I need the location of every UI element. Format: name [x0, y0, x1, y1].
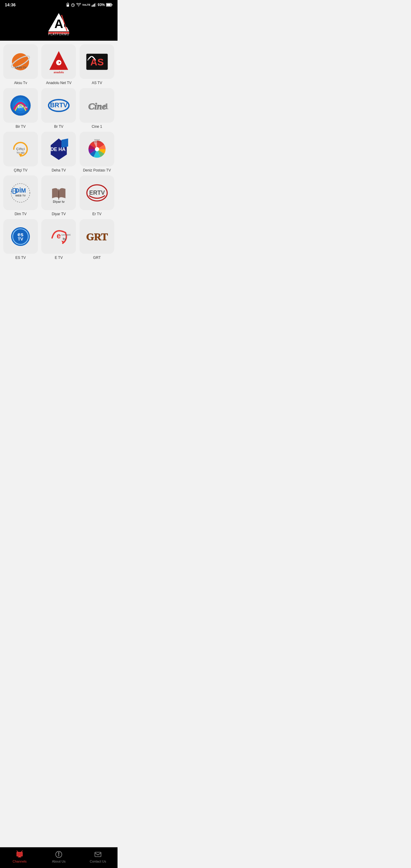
svg-rect-0: [67, 4, 69, 7]
status-icons: VoLTE 93%: [66, 3, 113, 7]
channel-anadolu-name: Anadolu Net TV: [46, 81, 72, 85]
svg-text:A: A: [54, 17, 63, 31]
svg-text:anadolu: anadolu: [54, 71, 64, 74]
svg-text:DE HA: DE HA: [50, 147, 65, 152]
channel-anadolu-tv[interactable]: anadolu Anadolu Net TV: [41, 44, 76, 85]
channel-deha-logo: DE HA: [41, 132, 76, 166]
svg-text:KAYSERİ: KAYSERİ: [61, 234, 70, 236]
svg-rect-5: [93, 4, 94, 7]
channel-grt[interactable]: GRT GRT GRT: [79, 219, 115, 260]
svg-text:Cine: Cine: [88, 101, 106, 112]
channel-anadolu-logo: anadolu: [41, 44, 76, 79]
svg-rect-6: [94, 4, 95, 7]
channel-etv-logo: e KAYSERİ tv: [41, 219, 76, 254]
channels-grid: AKSU TV Aksu Tv anadolu Anadolu Net TV A…: [0, 41, 118, 284]
channel-es-tv[interactable]: es TV ES TV: [3, 219, 38, 260]
channel-dim-logo: DİM WEB TV: [3, 176, 38, 210]
channel-deniz-tv[interactable]: DENIZ POSTASI Deniz Postası TV: [79, 132, 115, 173]
channel-bir-name: Bir TV: [16, 124, 26, 129]
channel-etv[interactable]: e KAYSERİ tv E TV: [41, 219, 76, 260]
channel-aksu-tv[interactable]: AKSU TV Aksu Tv: [3, 44, 38, 85]
svg-text:GRT: GRT: [86, 231, 108, 242]
channel-diyar-logo: Diyar tv: [41, 176, 76, 210]
channel-er-logo: ERTV: [80, 176, 114, 210]
svg-text:AKSU TV: AKSU TV: [15, 66, 27, 69]
channel-as-tv[interactable]: AS AS TV: [79, 44, 115, 85]
svg-text:Çiftçi: Çiftçi: [16, 147, 25, 150]
channel-deha-name: Deha TV: [52, 168, 66, 173]
channel-etv-name: E TV: [55, 255, 63, 260]
channel-es-logo: es TV: [3, 219, 38, 254]
channel-br-tv[interactable]: BRTV Br TV: [41, 88, 76, 129]
svg-text:bir: bir: [18, 104, 24, 109]
channel-dim-tv[interactable]: DİM WEB TV Dim TV: [3, 176, 38, 216]
svg-point-43: [95, 147, 99, 151]
channel-br-logo: BRTV: [41, 88, 76, 123]
channel-ciftci-logo: Çiftçi TV HD: [3, 132, 38, 166]
svg-text:RTI: RTI: [64, 23, 71, 28]
channel-cine1-name: Cine 1: [92, 124, 102, 129]
channel-aksu-name: Aksu Tv: [14, 81, 27, 85]
channel-grt-name: GRT: [93, 255, 101, 260]
channel-aksu-logo: AKSU TV: [3, 44, 38, 79]
battery-percent: 93%: [98, 3, 105, 7]
svg-text:tv: tv: [25, 105, 27, 108]
svg-rect-9: [107, 4, 111, 6]
channel-ciftci-tv[interactable]: Çiftçi TV HD Çiftçi TV: [3, 132, 38, 173]
channel-dim-name: Dim TV: [14, 212, 27, 216]
status-time: 14:36: [5, 2, 16, 7]
channel-bir-logo: bir tv: [3, 88, 38, 123]
svg-marker-40: [61, 138, 68, 148]
svg-rect-10: [112, 4, 113, 5]
channel-cine1-tv[interactable]: Cine 1 Cine Cine 1: [79, 88, 115, 129]
channel-er-tv[interactable]: ERTV Er TV: [79, 176, 115, 216]
channel-deniz-name: Deniz Postası TV: [83, 168, 110, 173]
svg-text:BRTV: BRTV: [50, 101, 68, 109]
channel-diyar-name: Diyar TV: [52, 212, 66, 216]
svg-text:AS: AS: [90, 56, 103, 67]
channel-diyar-tv[interactable]: Diyar tv Diyar TV: [41, 176, 76, 216]
svg-text:e: e: [57, 231, 61, 240]
svg-text:ERTV: ERTV: [89, 189, 105, 196]
channel-ciftci-name: Çiftçi TV: [14, 168, 27, 173]
svg-line-3: [73, 5, 73, 5]
svg-rect-7: [95, 3, 96, 7]
channel-as-logo: AS: [80, 44, 114, 79]
svg-text:POSTASI: POSTASI: [93, 141, 101, 143]
status-bar: 14:36 VoLTE 93%: [0, 0, 118, 9]
svg-text:TV: TV: [18, 237, 24, 241]
channel-bir-tv[interactable]: bir tv Bir TV: [3, 88, 38, 129]
svg-text:WEB TV: WEB TV: [15, 194, 26, 197]
svg-rect-4: [92, 5, 93, 7]
svg-text:TV HD: TV HD: [17, 151, 25, 154]
channel-grt-logo: GRT GRT: [80, 219, 114, 254]
app-header: A RTI DİJİTAL MEDYA PLATFORMU: [0, 9, 118, 41]
channel-deha-tv[interactable]: DE HA Deha TV: [41, 132, 76, 173]
channel-cine1-logo: Cine 1 Cine: [80, 88, 114, 123]
channel-es-name: ES TV: [15, 255, 26, 260]
svg-text:Diyar tv: Diyar tv: [53, 199, 64, 203]
channel-er-name: Er TV: [92, 212, 101, 216]
channel-as-name: AS TV: [92, 81, 102, 85]
svg-text:DENIZ: DENIZ: [94, 138, 100, 141]
channel-deniz-logo: DENIZ POSTASI: [80, 132, 114, 166]
app-logo: A RTI DİJİTAL MEDYA PLATFORMU: [47, 13, 71, 36]
channel-br-name: Br TV: [54, 124, 63, 129]
svg-text:tv: tv: [63, 237, 66, 241]
